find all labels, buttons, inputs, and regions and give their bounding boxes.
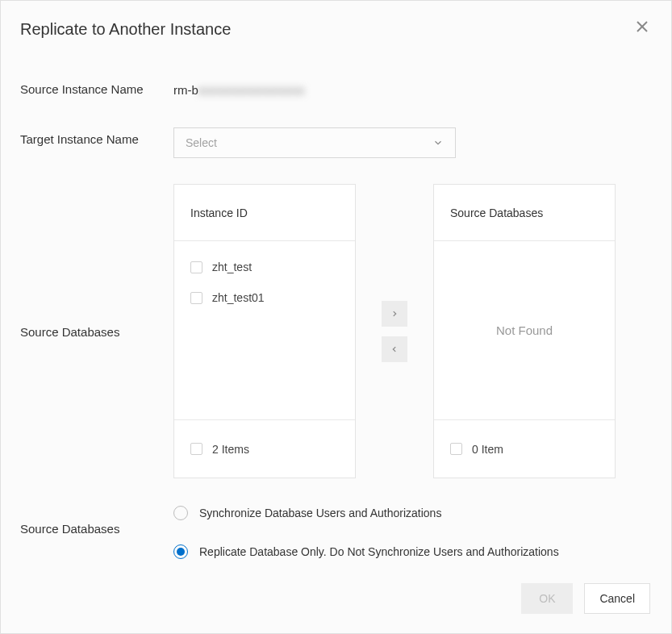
transfer-right-count: 0 Item [472, 443, 503, 456]
list-item-label: zht_test01 [212, 291, 265, 304]
transfer-right-body: Not Found [434, 241, 615, 419]
radio-label: Synchronize Database Users and Authoriza… [199, 507, 441, 519]
chevron-left-icon [390, 344, 399, 355]
value-source-instance: rm-bxxxxxxxxxxxxxx [173, 77, 652, 102]
chevron-right-icon [390, 308, 399, 319]
dialog-header: Replicate to Another Instance [1, 1, 671, 55]
transfer: Instance ID zht_test zht_test01 [173, 184, 652, 478]
sync-option-group: Synchronize Database Users and Authoriza… [173, 504, 652, 559]
label-target-instance: Target Instance Name [20, 127, 173, 146]
transfer-right-panel: Source Databases Not Found 0 Item [433, 184, 616, 478]
transfer-right-header: Source Databases [434, 185, 615, 241]
empty-placeholder: Not Found [496, 323, 553, 337]
row-source-instance: Source Instance Name rm-bxxxxxxxxxxxxxx [20, 77, 652, 102]
cancel-button[interactable]: Cancel [584, 583, 650, 614]
select-all-checkbox[interactable] [450, 443, 462, 455]
dialog-footer: OK Cancel [1, 583, 671, 633]
list-item[interactable]: zht_test01 [190, 291, 339, 304]
close-icon [635, 19, 649, 34]
radio-replicate-only[interactable]: Replicate Database Only. Do Not Synchron… [173, 544, 652, 559]
close-button[interactable] [631, 15, 653, 38]
select-placeholder: Select [186, 136, 217, 149]
radio-icon [173, 544, 188, 559]
checkbox[interactable] [190, 261, 202, 273]
label-source-instance: Source Instance Name [20, 77, 173, 96]
target-instance-select[interactable]: Select [173, 127, 456, 158]
radio-label: Replicate Database Only. Do Not Synchron… [199, 545, 559, 558]
move-right-button[interactable] [382, 301, 407, 327]
transfer-left-body: zht_test zht_test01 [174, 241, 355, 419]
form: Source Instance Name rm-bxxxxxxxxxxxxxx … [1, 55, 671, 559]
chevron-down-icon [432, 137, 444, 148]
row-source-databases: Source Databases Instance ID zht_test [20, 184, 652, 478]
dialog-title: Replicate to Another Instance [20, 20, 652, 39]
move-left-button[interactable] [382, 336, 407, 362]
radio-icon [173, 506, 188, 520]
checkbox[interactable] [190, 292, 202, 304]
transfer-left-footer: 2 Items [174, 419, 355, 478]
radio-sync-users[interactable]: Synchronize Database Users and Authoriza… [173, 506, 652, 520]
transfer-arrows [382, 301, 407, 362]
source-instance-blurred: xxxxxxxxxxxxxx [198, 83, 306, 97]
list-item-label: zht_test [212, 261, 252, 273]
row-options: Source Databases Synchronize Database Us… [20, 504, 652, 559]
transfer-right-footer: 0 Item [434, 419, 615, 478]
transfer-left-panel: Instance ID zht_test zht_test01 [173, 184, 356, 478]
select-all-checkbox[interactable] [190, 443, 202, 455]
dialog: Replicate to Another Instance Source Ins… [0, 0, 672, 634]
ok-button[interactable]: OK [521, 583, 573, 614]
transfer-left-count: 2 Items [212, 443, 249, 456]
row-target-instance: Target Instance Name Select [20, 127, 652, 158]
source-instance-prefix: rm-b [173, 83, 198, 97]
transfer-left-header: Instance ID [174, 185, 355, 241]
label-source-databases: Source Databases [20, 184, 173, 339]
list-item[interactable]: zht_test [190, 261, 339, 273]
label-options: Source Databases [20, 504, 173, 536]
